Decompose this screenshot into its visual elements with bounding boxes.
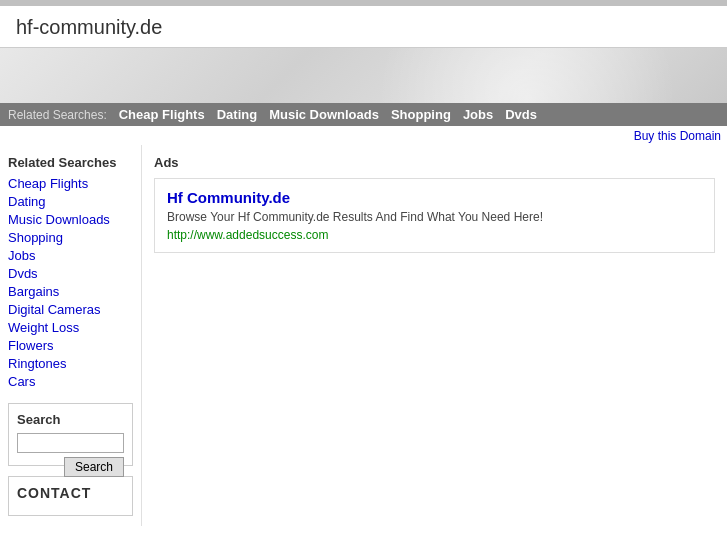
sidebar-link-flowers[interactable]: Flowers <box>8 338 54 353</box>
ads-heading: Ads <box>154 155 715 170</box>
sidebar-link-dating[interactable]: Dating <box>8 194 46 209</box>
content-area: Ads Hf Community.de Browse Your Hf Commu… <box>142 145 727 526</box>
list-item: Bargains <box>8 284 133 299</box>
contact-heading: CONTACT <box>17 485 124 501</box>
site-title: hf-community.de <box>16 16 162 38</box>
list-item: Flowers <box>8 338 133 353</box>
search-input[interactable] <box>17 433 124 453</box>
sidebar-link-weight-loss[interactable]: Weight Loss <box>8 320 79 335</box>
sidebar-link-jobs[interactable]: Jobs <box>8 248 35 263</box>
sidebar-link-cheap-flights[interactable]: Cheap Flights <box>8 176 88 191</box>
ad-title: Hf Community.de <box>167 189 702 206</box>
sidebar-link-shopping[interactable]: Shopping <box>8 230 63 245</box>
list-item: Music Downloads <box>8 212 133 227</box>
search-heading: Search <box>17 412 124 427</box>
list-item: Shopping <box>8 230 133 245</box>
sidebar-link-cars[interactable]: Cars <box>8 374 35 389</box>
contact-section: CONTACT <box>8 476 133 516</box>
buy-domain-bar: Buy this Domain <box>0 126 727 145</box>
banner <box>0 48 727 103</box>
search-section: Search Search <box>8 403 133 466</box>
main-layout: Related Searches Cheap Flights Dating Mu… <box>0 145 727 526</box>
sidebar-link-digital-cameras[interactable]: Digital Cameras <box>8 302 100 317</box>
list-item: Ringtones <box>8 356 133 371</box>
ad-box: Hf Community.de Browse Your Hf Community… <box>154 178 715 253</box>
sidebar-heading: Related Searches <box>8 155 133 170</box>
list-item: Weight Loss <box>8 320 133 335</box>
sidebar-links-list: Cheap Flights Dating Music Downloads Sho… <box>8 176 133 389</box>
buy-domain-link[interactable]: Buy this Domain <box>634 129 721 143</box>
nav-related-label: Related Searches: <box>8 108 107 122</box>
nav-bar: Related Searches: Cheap Flights Dating M… <box>0 103 727 126</box>
ad-title-link[interactable]: Hf Community.de <box>167 189 290 206</box>
nav-link-dating[interactable]: Dating <box>217 107 257 122</box>
nav-link-cheap-flights[interactable]: Cheap Flights <box>119 107 205 122</box>
nav-link-shopping[interactable]: Shopping <box>391 107 451 122</box>
list-item: Jobs <box>8 248 133 263</box>
sidebar-link-bargains[interactable]: Bargains <box>8 284 59 299</box>
list-item: Digital Cameras <box>8 302 133 317</box>
sidebar-link-dvds[interactable]: Dvds <box>8 266 38 281</box>
ad-description: Browse Your Hf Community.de Results And … <box>167 210 702 224</box>
list-item: Cheap Flights <box>8 176 133 191</box>
sidebar-link-ringtones[interactable]: Ringtones <box>8 356 67 371</box>
sidebar: Related Searches Cheap Flights Dating Mu… <box>0 145 142 526</box>
list-item: Cars <box>8 374 133 389</box>
ad-url: http://www.addedsuccess.com <box>167 228 702 242</box>
nav-link-jobs[interactable]: Jobs <box>463 107 493 122</box>
list-item: Dvds <box>8 266 133 281</box>
search-button[interactable]: Search <box>64 457 124 477</box>
sidebar-link-music-downloads[interactable]: Music Downloads <box>8 212 110 227</box>
nav-link-dvds[interactable]: Dvds <box>505 107 537 122</box>
nav-link-music-downloads[interactable]: Music Downloads <box>269 107 379 122</box>
header: hf-community.de <box>0 6 727 48</box>
list-item: Dating <box>8 194 133 209</box>
